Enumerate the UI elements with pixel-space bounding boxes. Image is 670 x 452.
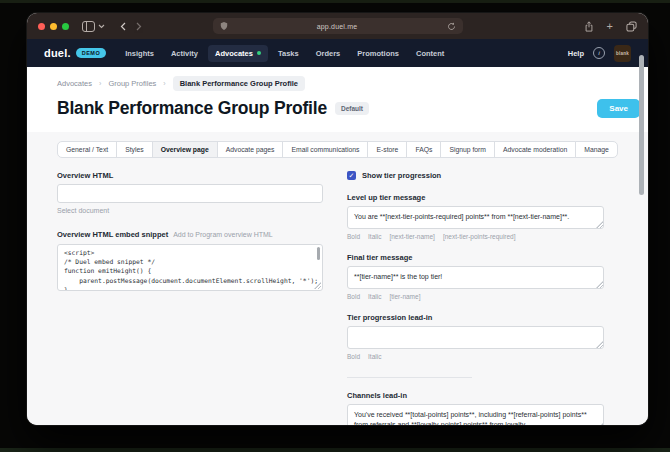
format-bold[interactable]: Bold (347, 233, 360, 240)
tab-overview-page[interactable]: Overview page (152, 141, 218, 158)
page-content: Advocates › Group Profiles › Blank Perfo… (27, 67, 648, 425)
format-italic[interactable]: Italic (368, 353, 381, 360)
tier-progression-section: ✓ Show tier progression Level up tier me… (347, 171, 604, 425)
format-italic[interactable]: Italic (368, 293, 381, 300)
zoom-window-button[interactable] (62, 23, 69, 30)
format-helpers: Bold Italic [tier-name] (347, 293, 604, 300)
format-italic[interactable]: Italic (368, 233, 381, 240)
status-dot-icon (257, 51, 261, 55)
level-up-tier-message-field: Level up tier message You are **[next-ti… (347, 193, 604, 240)
privacy-shield-icon[interactable] (220, 21, 228, 31)
page-header: Advocates › Group Profiles › Blank Perfo… (27, 67, 648, 132)
show-tier-progression-checkbox[interactable]: ✓ (347, 171, 356, 180)
tab-email-communications[interactable]: Email communications (282, 141, 368, 158)
nav-item-advocates[interactable]: Advocates (208, 45, 268, 62)
url-text: app.duel.me (228, 23, 447, 30)
breadcrumb-group-profiles[interactable]: Group Profiles (108, 79, 156, 88)
nav-item-activity[interactable]: Activity (164, 45, 205, 62)
back-icon[interactable] (120, 22, 126, 31)
tier-progression-lead-in-textarea[interactable] (347, 326, 604, 349)
page-title: Blank Performance Group Profile (57, 98, 327, 119)
field-label: Channels lead-in (347, 391, 604, 400)
token-next-tier-name[interactable]: [next-tier-name] (389, 233, 435, 240)
code-line: /* Duel embed snippet */ (64, 257, 316, 266)
share-icon[interactable] (584, 21, 594, 32)
code-line: parent.postMessage(document.documentElem… (64, 276, 316, 285)
tab-advocate-moderation[interactable]: Advocate moderation (494, 141, 576, 158)
tab-styles[interactable]: Styles (116, 141, 153, 158)
window-controls (38, 23, 69, 30)
main-nav: Insights Activity Advocates Tasks Orders… (118, 45, 451, 62)
embed-snippet-code[interactable]: <script> /* Duel embed snippet */ functi… (57, 244, 323, 291)
embed-snippet-hint: Add to Program overview HTML (173, 231, 273, 238)
sidebar-toggle-icon[interactable] (82, 21, 95, 32)
token-next-tier-points-required[interactable]: [next-tier-points-required] (443, 233, 516, 240)
breadcrumb-current: Blank Performance Group Profile (173, 76, 305, 91)
nav-item-insights[interactable]: Insights (118, 45, 161, 62)
format-helpers: Bold Italic (347, 353, 604, 360)
select-document-link[interactable]: Select document (57, 207, 323, 214)
tab-e-store[interactable]: E-store (367, 141, 407, 158)
channels-lead-in-field: Channels lead-in You've received **[tota… (347, 391, 604, 425)
level-up-tier-message-textarea[interactable]: You are **[next-tier-points-required] po… (347, 206, 604, 229)
forward-icon[interactable] (136, 22, 142, 31)
code-line: } (64, 285, 316, 291)
field-label: Level up tier message (347, 193, 604, 202)
demo-badge: DEMO (76, 48, 107, 58)
nav-item-orders[interactable]: Orders (309, 45, 348, 62)
browser-chrome: app.duel.me + (27, 13, 648, 39)
close-window-button[interactable] (38, 23, 45, 30)
field-label: Tier progression lead-in (347, 313, 604, 322)
tab-advocate-pages[interactable]: Advocate pages (217, 141, 284, 158)
overview-html-input[interactable] (57, 184, 323, 203)
tab-faqs[interactable]: FAQs (406, 141, 441, 158)
settings-tab-bar: General / Text Styles Overview page Advo… (57, 141, 640, 158)
tier-progression-lead-in-field: Tier progression lead-in Bold Italic (347, 313, 604, 360)
logo-text: duel. (44, 47, 71, 59)
section-divider (347, 377, 472, 378)
format-bold[interactable]: Bold (347, 353, 360, 360)
embed-snippet-label: Overview HTML embed snippet (57, 230, 168, 239)
tab-overview-icon[interactable] (626, 21, 637, 32)
page-body: General / Text Styles Overview page Advo… (27, 132, 648, 425)
chevron-down-icon[interactable] (98, 24, 105, 29)
address-bar[interactable]: app.duel.me (213, 18, 463, 34)
page-scrollbar-thumb[interactable] (639, 55, 644, 195)
channels-lead-in-textarea[interactable]: You've received **[total-points] points*… (347, 404, 604, 425)
app-navbar: duel. DEMO Insights Activity Advocates T… (27, 39, 648, 67)
breadcrumb-separator-icon: › (99, 80, 101, 87)
default-badge: Default (335, 102, 369, 115)
breadcrumb: Advocates › Group Profiles › Blank Perfo… (57, 76, 640, 91)
desktop-edge-top (0, 0, 670, 3)
nav-item-tasks[interactable]: Tasks (271, 45, 306, 62)
tab-general-text[interactable]: General / Text (57, 141, 117, 158)
token-tier-name[interactable]: [tier-name] (389, 293, 420, 300)
code-scrollbar-thumb[interactable] (317, 247, 320, 260)
format-helpers: Bold Italic [next-tier-name] [next-tier-… (347, 233, 604, 240)
save-button[interactable]: Save (597, 99, 640, 118)
field-label: Final tier message (347, 253, 604, 262)
format-bold[interactable]: Bold (347, 293, 360, 300)
breadcrumb-separator-icon: › (163, 80, 165, 87)
nav-item-promotions[interactable]: Promotions (350, 45, 406, 62)
final-tier-message-field: Final tier message **[tier-name]** is th… (347, 253, 604, 300)
tab-manage[interactable]: Manage (575, 141, 618, 158)
duel-logo[interactable]: duel. DEMO (44, 47, 106, 59)
desktop-background: app.duel.me + duel. DEMO (0, 0, 670, 452)
nav-item-content[interactable]: Content (409, 45, 451, 62)
info-icon[interactable]: i (593, 47, 605, 59)
minimize-window-button[interactable] (50, 23, 57, 30)
breadcrumb-advocates[interactable]: Advocates (57, 79, 92, 88)
reload-icon[interactable] (447, 22, 456, 31)
code-line: <script> (64, 248, 316, 257)
overview-html-section: Overview HTML Select document Overview H… (57, 171, 323, 425)
final-tier-message-textarea[interactable]: **[tier-name]** is the top tier! (347, 266, 604, 289)
show-tier-progression-label: Show tier progression (362, 171, 441, 180)
overview-html-label: Overview HTML (57, 171, 323, 180)
code-line: function emitHeight() { (64, 266, 316, 275)
account-avatar[interactable]: blank (614, 45, 631, 62)
help-link[interactable]: Help (568, 49, 584, 58)
tab-signup-form[interactable]: Signup form (440, 141, 495, 158)
new-tab-icon[interactable]: + (607, 21, 613, 31)
browser-window: app.duel.me + duel. DEMO (27, 13, 648, 425)
